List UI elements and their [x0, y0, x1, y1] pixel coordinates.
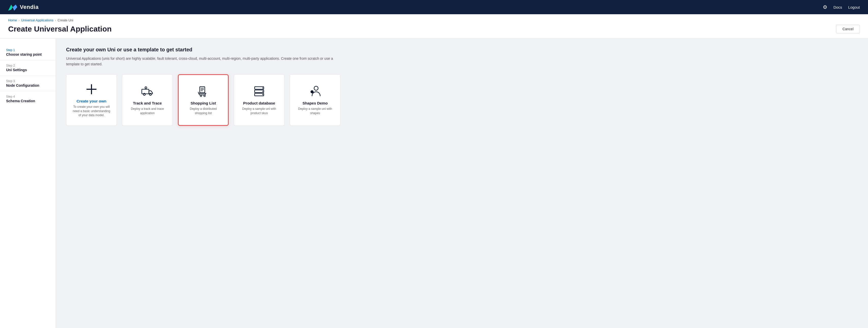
card-desc-product-database: Deploy a sample uni with product skus: [240, 107, 278, 115]
plus-icon: [85, 83, 98, 96]
vendia-logo-icon: [8, 4, 17, 11]
svg-point-21: [262, 91, 263, 92]
card-desc-shopping-list: Deploy a distributed shopping list: [185, 107, 222, 115]
step-number-1: Step 1: [6, 48, 50, 52]
section-description: Universal Applications (unis for short) …: [66, 56, 346, 67]
section-title: Create your own Uni or use a template to…: [66, 47, 858, 53]
card-title-shopping-list: Shopping List: [191, 101, 216, 105]
cart-icon: [197, 85, 210, 98]
breadcrumb-section[interactable]: Universal Applications: [21, 18, 53, 22]
breadcrumb-home[interactable]: Home: [8, 18, 17, 22]
page-header: Home › Universal Applications › Create U…: [0, 14, 868, 39]
breadcrumb: Home › Universal Applications › Create U…: [8, 18, 860, 22]
svg-point-23: [314, 86, 318, 90]
svg-point-22: [262, 94, 263, 95]
card-shapes-demo[interactable]: Shapes Demo Deploy a sample uni with sha…: [290, 74, 340, 126]
card-title-product-database: Product database: [243, 101, 275, 105]
step-number-2: Step 2: [6, 64, 50, 67]
step-number-3: Step 3: [6, 79, 50, 83]
sidebar-step-4[interactable]: Step 4 Schema Creation: [0, 91, 56, 107]
person-icon: [308, 85, 322, 98]
card-desc-create-own: To create your own you will need a basic…: [72, 105, 111, 117]
card-desc-track-trace: Deploy a track and trace application: [128, 107, 166, 115]
svg-point-15: [204, 95, 205, 97]
card-shopping-list[interactable]: Shopping List Deploy a distributed shopp…: [178, 74, 229, 126]
main-content: Create your own Uni or use a template to…: [56, 39, 868, 328]
svg-point-7: [149, 93, 151, 95]
sidebar-step-3[interactable]: Step 3 Node Configuration: [0, 76, 56, 91]
cancel-button[interactable]: Cancel: [836, 25, 860, 33]
database-icon: [253, 85, 266, 98]
cards-row: Create your own To create your own you w…: [66, 74, 858, 126]
step-number-4: Step 4: [6, 95, 50, 98]
card-title-shapes-demo: Shapes Demo: [302, 101, 328, 105]
card-track-trace[interactable]: Track and Trace Deploy a track and trace…: [122, 74, 173, 126]
card-product-database[interactable]: Product database Deploy a sample uni wit…: [234, 74, 285, 126]
sidebar: Step 1 Choose staring point Step 2 Uni S…: [0, 39, 56, 328]
navbar: Vendia ⚙ Docs Logout: [0, 0, 868, 14]
breadcrumb-current: Create Uni: [58, 18, 73, 22]
sidebar-step-1[interactable]: Step 1 Choose staring point: [0, 45, 56, 60]
card-desc-shapes-demo: Deploy a sample uni with shapes: [296, 107, 334, 115]
step-name-4: Schema Creation: [6, 99, 50, 103]
settings-icon[interactable]: ⚙: [823, 4, 827, 10]
breadcrumb-sep1: ›: [19, 18, 20, 22]
content-area: Step 1 Choose staring point Step 2 Uni S…: [0, 39, 868, 328]
svg-marker-2: [13, 5, 17, 11]
navbar-right: ⚙ Docs Logout: [823, 4, 860, 10]
page-title-row: Create Universal Application Cancel: [8, 25, 860, 33]
svg-rect-5: [142, 89, 149, 94]
breadcrumb-sep2: ›: [55, 18, 56, 22]
page-wrapper: Home › Universal Applications › Create U…: [0, 0, 868, 328]
docs-link[interactable]: Docs: [833, 5, 842, 9]
step-name-2: Uni Settings: [6, 68, 50, 72]
sidebar-step-2[interactable]: Step 2 Uni Settings: [0, 60, 56, 76]
logo: Vendia: [8, 4, 39, 11]
truck-icon: [141, 85, 154, 98]
svg-point-20: [262, 87, 263, 88]
logo-text: Vendia: [20, 4, 39, 10]
card-title-track-trace: Track and Trace: [133, 101, 162, 105]
logout-link[interactable]: Logout: [848, 5, 860, 9]
card-create-own[interactable]: Create your own To create your own you w…: [66, 74, 117, 126]
page-title: Create Universal Application: [8, 25, 112, 33]
svg-point-14: [200, 95, 202, 97]
svg-marker-0: [8, 5, 13, 11]
svg-point-24: [311, 90, 314, 93]
card-title-create-own: Create your own: [76, 99, 106, 103]
step-name-3: Node Configuration: [6, 83, 50, 87]
svg-point-6: [143, 93, 145, 95]
step-name-1: Choose staring point: [6, 52, 50, 56]
